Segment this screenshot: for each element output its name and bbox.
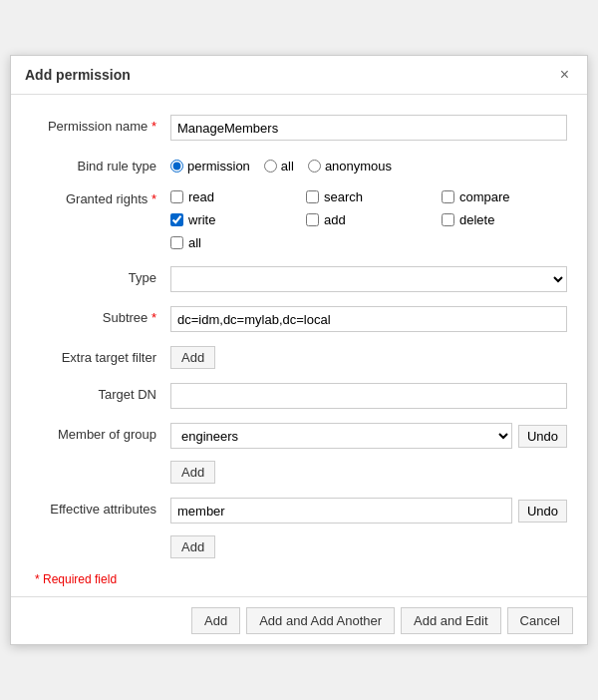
checkbox-all[interactable]: all [170,233,296,252]
radio-anonymous[interactable]: anonymous [308,159,392,174]
checkbox-compare[interactable]: compare [442,187,567,206]
target-dn-input[interactable] [170,383,567,409]
checkbox-search[interactable]: search [306,187,432,206]
type-label: Type [31,266,170,285]
modal-footer: Add Add and Add Another Add and Edit Can… [11,596,587,644]
add-permission-modal: Add permission × Permission name * Bind … [10,55,588,645]
member-of-group-select[interactable]: engineers [170,423,512,449]
effective-attributes-label: Effective attributes [31,498,170,517]
checkbox-read[interactable]: read [170,187,296,206]
target-dn-row: Target DN [31,383,567,409]
checkbox-add[interactable]: add [306,210,432,229]
required-note: * Required field [31,572,567,586]
close-button[interactable]: × [556,66,573,84]
modal-body: Permission name * Bind rule type permiss… [11,95,587,596]
type-select[interactable] [170,266,567,292]
permission-name-row: Permission name * [31,115,567,141]
bind-rule-type-row: Bind rule type permission all anonymous [31,155,567,174]
bind-rule-type-label: Bind rule type [31,155,170,174]
target-dn-label: Target DN [31,383,170,402]
type-row: Type [31,266,567,292]
member-of-group-undo-button[interactable]: Undo [518,425,567,448]
checkbox-delete[interactable]: delete [442,210,567,229]
add-and-edit-button[interactable]: Add and Edit [401,607,500,634]
checkbox-write[interactable]: write [170,210,296,229]
extra-target-filter-add-button[interactable]: Add [170,346,215,369]
effective-attributes-add-button[interactable]: Add [170,535,215,558]
effective-attributes-input[interactable] [170,498,512,524]
modal-title: Add permission [25,67,131,83]
add-button[interactable]: Add [191,607,240,634]
member-of-group-label: Member of group [31,423,170,442]
extra-target-filter-label: Extra target filter [31,346,170,365]
subtree-label: Subtree * [31,306,170,325]
permission-name-label: Permission name * [31,115,170,134]
modal-header: Add permission × [11,56,587,95]
extra-target-filter-row: Extra target filter Add [31,346,567,369]
add-and-add-another-button[interactable]: Add and Add Another [246,607,395,634]
subtree-input[interactable] [170,306,567,332]
effective-attributes-row: Effective attributes Undo Add [31,498,567,558]
subtree-row: Subtree * [31,306,567,332]
radio-all[interactable]: all [264,159,294,174]
granted-rights-row: Granted rights * read search compare wri… [31,187,567,252]
radio-permission[interactable]: permission [170,159,250,174]
member-of-group-add-button[interactable]: Add [170,461,215,484]
permission-name-input[interactable] [170,115,567,141]
granted-rights-label: Granted rights * [31,187,170,206]
cancel-button[interactable]: Cancel [507,607,573,634]
member-of-group-row: Member of group engineers Undo Add [31,423,567,484]
effective-attributes-undo-button[interactable]: Undo [518,500,567,523]
